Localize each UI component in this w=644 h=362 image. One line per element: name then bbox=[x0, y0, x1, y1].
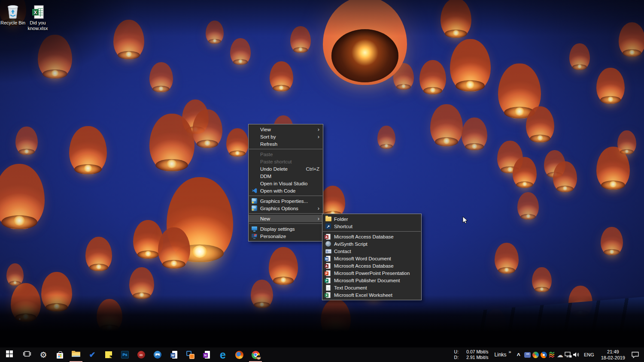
sky-lantern bbox=[596, 68, 625, 104]
mouse-cursor bbox=[462, 216, 470, 226]
action-center-button[interactable] bbox=[629, 347, 641, 362]
tray-icon-downloader-globe[interactable] bbox=[532, 347, 540, 362]
menu-item-paste[interactable]: Paste bbox=[249, 151, 323, 158]
taskbar-app-edge[interactable]: e bbox=[215, 347, 231, 362]
taskbar-app-photoshop[interactable]: Ps bbox=[117, 347, 133, 362]
desktop-icon-label: Did you know.xlsx bbox=[21, 20, 55, 31]
submenu-item-contact[interactable]: Contact bbox=[322, 247, 421, 255]
taskbar-app-sticky-notes[interactable] bbox=[100, 347, 117, 362]
menu-separator bbox=[322, 230, 421, 233]
menu-item-view[interactable]: View › bbox=[249, 126, 323, 133]
menu-item-ddm[interactable]: DDM bbox=[249, 172, 323, 180]
desktop-context-menu: View › Sort by › Refresh Paste Paste sho… bbox=[248, 124, 323, 241]
start-button[interactable] bbox=[0, 347, 19, 362]
edge-icon: e bbox=[220, 350, 226, 360]
system-tray: U: 0.07 Mbit/s D: 2.91 Mbit/s Links » ^ … bbox=[454, 347, 644, 362]
submenu-item-excel-worksheet[interactable]: Microsoft Excel Worksheet bbox=[322, 291, 421, 299]
menu-item-graphics-properties[interactable]: Graphics Properties... bbox=[249, 197, 323, 205]
sky-lantern bbox=[192, 109, 222, 148]
folder-icon bbox=[325, 217, 331, 221]
menu-item-open-with-code[interactable]: Open with Code bbox=[249, 187, 323, 194]
submenu-item-avisynth-script[interactable]: AviSynth Script bbox=[322, 240, 421, 247]
desktop-screen: Recycle Bin X Did you know.xlsx View › S… bbox=[0, 0, 644, 362]
tray-icon-browser-circle[interactable] bbox=[540, 347, 548, 362]
avisynth-icon bbox=[325, 241, 331, 247]
taskbar-app-chrome[interactable] bbox=[247, 347, 264, 362]
toolbar-overflow-chevron-icon[interactable]: » bbox=[509, 349, 511, 354]
submenu-item-text-document[interactable]: Text Document bbox=[322, 284, 421, 291]
ground-silhouette bbox=[0, 295, 644, 347]
powerpoint-icon bbox=[326, 270, 331, 276]
desktop-icon-did-you-know-xlsx[interactable]: X Did you know.xlsx bbox=[21, 3, 55, 31]
tray-icon-onedrive[interactable]: ☁ bbox=[556, 347, 564, 362]
personalize-icon bbox=[252, 234, 257, 238]
menu-item-undo-delete[interactable]: Undo Delete Ctrl+Z bbox=[249, 165, 323, 172]
access-database-icon bbox=[326, 263, 331, 269]
taskbar-app-firefox[interactable] bbox=[231, 347, 247, 362]
wired-network-icon bbox=[565, 352, 572, 358]
submenu-item-publisher-document[interactable]: Microsoft Publisher Document bbox=[322, 277, 421, 284]
chevron-right-icon: › bbox=[314, 215, 319, 222]
chevron-right-icon: › bbox=[314, 126, 319, 133]
show-hidden-icons-chevron[interactable]: ^ bbox=[517, 352, 520, 359]
tray-icon-network[interactable] bbox=[564, 347, 572, 362]
contact-icon bbox=[325, 249, 331, 253]
sky-lantern bbox=[517, 192, 539, 220]
sky-lantern bbox=[158, 227, 190, 268]
network-speed-meter[interactable]: U: 0.07 Mbit/s D: 2.91 Mbit/s bbox=[454, 349, 489, 360]
sky-lantern bbox=[0, 164, 45, 229]
sticky-notes-icon bbox=[105, 351, 112, 358]
tray-icon-equalizer[interactable] bbox=[548, 347, 556, 362]
menu-item-new[interactable]: New › bbox=[249, 215, 323, 222]
sky-lantern bbox=[38, 35, 72, 78]
menu-separator bbox=[249, 222, 323, 225]
excel-file-icon: X bbox=[21, 3, 55, 19]
taskbar-app-settings[interactable]: ⚙ bbox=[35, 347, 52, 362]
sky-lantern bbox=[6, 263, 24, 285]
sky-lantern bbox=[270, 61, 293, 91]
tray-icon-volume[interactable] bbox=[572, 347, 580, 362]
intel-graphics-icon bbox=[252, 205, 257, 211]
submenu-item-access-database-2[interactable]: Microsoft Access Database bbox=[322, 262, 421, 269]
sky-lantern bbox=[450, 39, 491, 91]
menu-item-open-in-visual-studio[interactable]: Open in Visual Studio bbox=[249, 180, 323, 187]
menu-item-sort-by[interactable]: Sort by › bbox=[249, 133, 323, 140]
submenu-item-word-document[interactable]: Microsoft Word Document bbox=[322, 255, 421, 262]
taskbar-app-task-view[interactable] bbox=[19, 347, 35, 362]
menu-item-graphics-options[interactable]: Graphics Options › bbox=[249, 205, 323, 212]
links-toolbar[interactable]: Links bbox=[495, 352, 507, 358]
language-indicator[interactable]: ENG bbox=[584, 352, 594, 357]
taskbar-app-onenote[interactable]: N bbox=[198, 347, 215, 362]
taskbar-app-vmware-workstation[interactable] bbox=[182, 347, 198, 362]
taskbar-clock[interactable]: 21:49 18-02-2019 bbox=[601, 349, 625, 361]
taskbar-app-microsoft-store[interactable] bbox=[52, 347, 68, 362]
menu-item-paste-shortcut[interactable]: Paste shortcut bbox=[249, 158, 323, 165]
taskbar-app-thunderbird[interactable] bbox=[149, 347, 166, 362]
taskbar-app-word[interactable]: W bbox=[166, 347, 182, 362]
sky-lantern bbox=[129, 267, 154, 299]
menu-item-personalize[interactable]: Personalize bbox=[249, 232, 323, 240]
sky-lantern bbox=[526, 106, 554, 142]
submenu-item-powerpoint-presentation[interactable]: Microsoft PowerPoint Presentation bbox=[322, 269, 421, 277]
svg-text:X: X bbox=[34, 10, 37, 15]
submenu-item-folder[interactable]: Folder bbox=[322, 215, 421, 223]
chrome-profile-avatar bbox=[256, 355, 261, 360]
new-submenu: Folder Shortcut Microsoft Access Databas… bbox=[322, 214, 422, 300]
sky-lantern bbox=[290, 26, 311, 52]
taskbar-app-adobe-creative-cloud[interactable]: ∞ bbox=[133, 347, 149, 362]
microsoft-store-icon bbox=[57, 353, 63, 359]
large-lantern bbox=[323, 0, 407, 85]
orange-blue-circle-icon bbox=[541, 352, 547, 358]
tray-icon-quotes-app[interactable] bbox=[523, 347, 532, 362]
sky-lantern bbox=[149, 114, 194, 171]
quotes-icon bbox=[524, 352, 531, 358]
menu-item-refresh[interactable]: Refresh bbox=[249, 140, 323, 148]
submenu-item-access-database[interactable]: Microsoft Access Database bbox=[322, 233, 421, 240]
submenu-item-shortcut[interactable]: Shortcut bbox=[322, 223, 421, 230]
sky-lantern bbox=[69, 126, 107, 175]
taskbar-app-todo-check[interactable]: ✔ bbox=[84, 347, 100, 362]
photoshop-icon: Ps bbox=[121, 351, 129, 359]
taskbar-app-file-explorer[interactable] bbox=[68, 347, 84, 362]
menu-item-display-settings[interactable]: Display settings bbox=[249, 225, 323, 232]
shortcut-icon bbox=[325, 223, 331, 229]
